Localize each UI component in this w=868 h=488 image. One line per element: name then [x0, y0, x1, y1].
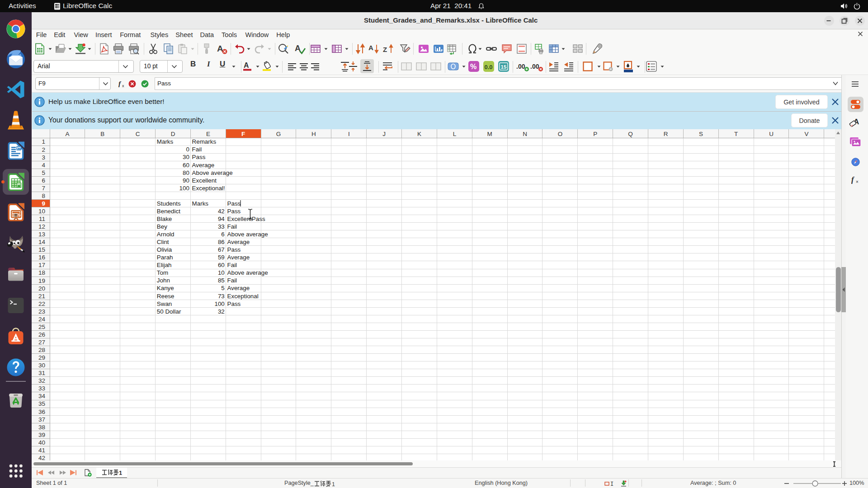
svg-text:32: 32	[218, 308, 225, 315]
svg-text:67: 67	[218, 246, 225, 253]
svg-text:6: 6	[221, 231, 224, 238]
svg-text:Q: Q	[628, 131, 633, 137]
svg-text:85: 85	[218, 277, 225, 284]
svg-text:34: 34	[38, 393, 46, 399]
svg-text:10: 10	[218, 269, 225, 276]
svg-text:18: 18	[38, 269, 45, 276]
svg-text:25: 25	[38, 324, 45, 330]
svg-text:Elijah: Elijah	[157, 262, 172, 268]
svg-text:0: 0	[186, 146, 189, 153]
svg-text:B: B	[100, 131, 104, 137]
svg-text:Tom: Tom	[157, 269, 168, 276]
svg-text:f: f	[851, 175, 855, 184]
svg-text:f: f	[118, 80, 122, 87]
svg-text:Swan: Swan	[157, 300, 172, 307]
svg-text:17: 17	[38, 262, 45, 268]
svg-text:73: 73	[218, 293, 225, 300]
svg-text:1: 1	[119, 469, 122, 476]
svg-text:ExcellentPass: ExcellentPass	[227, 216, 265, 222]
svg-text:E: E	[206, 131, 210, 137]
svg-text:Olivia: Olivia	[157, 246, 172, 253]
svg-text:C: C	[136, 131, 140, 137]
svg-text:60: 60	[183, 162, 189, 169]
svg-text:80: 80	[183, 169, 189, 176]
svg-text:K: K	[417, 131, 421, 137]
svg-text:Marks: Marks	[192, 200, 209, 207]
svg-text:50 Dollar: 50 Dollar	[157, 308, 181, 315]
svg-text:V: V	[804, 131, 808, 137]
svg-text:Pass: Pass	[227, 200, 241, 207]
svg-text:23: 23	[38, 308, 45, 315]
svg-text:Average: Average	[227, 239, 250, 245]
svg-text:94: 94	[218, 216, 225, 222]
svg-text:Excellent: Excellent	[192, 177, 217, 184]
svg-text:U: U	[769, 131, 774, 137]
svg-text:39: 39	[38, 432, 45, 438]
svg-text:Arnold: Arnold	[157, 231, 175, 238]
svg-text:Marks: Marks	[157, 138, 174, 145]
svg-text:M: M	[487, 131, 492, 137]
svg-text:1: 1	[332, 481, 335, 487]
svg-text:5: 5	[221, 285, 224, 291]
svg-text:15: 15	[501, 64, 507, 70]
svg-text:42: 42	[218, 208, 225, 215]
svg-text:Average: Average	[192, 162, 215, 169]
svg-text:Kanye: Kanye	[157, 285, 174, 291]
svg-text:Students: Students	[157, 200, 181, 207]
svg-text:H: H	[311, 131, 316, 137]
svg-text:38: 38	[38, 424, 45, 431]
svg-text:28: 28	[38, 347, 45, 353]
svg-text:10: 10	[38, 208, 45, 215]
svg-text:32: 32	[38, 377, 45, 384]
svg-text:Fail: Fail	[227, 262, 237, 268]
svg-text:1: 1	[42, 138, 45, 145]
svg-text:Pass: Pass	[227, 300, 241, 307]
svg-text:×: ×	[856, 179, 859, 184]
svg-text:N: N	[523, 131, 527, 137]
svg-text:Average: Average	[227, 254, 250, 261]
svg-text:A: A	[244, 61, 249, 69]
svg-text:8: 8	[42, 192, 45, 199]
svg-text:Above average: Above average	[192, 169, 233, 176]
svg-text:Parah: Parah	[157, 254, 173, 261]
svg-text:7: 7	[42, 185, 45, 192]
svg-text:Fail: Fail	[192, 146, 202, 153]
svg-text:33: 33	[218, 223, 225, 230]
svg-text:90: 90	[183, 177, 189, 184]
svg-text:Bey: Bey	[157, 223, 167, 230]
svg-text:11: 11	[39, 216, 45, 222]
svg-text:Above average: Above average	[227, 269, 268, 276]
svg-text:100: 100	[179, 185, 189, 192]
svg-text:41: 41	[38, 447, 45, 454]
svg-text:P: P	[593, 131, 597, 137]
svg-text:Fail: Fail	[227, 277, 237, 284]
svg-text:35: 35	[38, 400, 45, 407]
svg-text:42: 42	[38, 455, 45, 461]
svg-text:D: D	[171, 131, 175, 137]
svg-text:I: I	[348, 131, 350, 137]
svg-text:T: T	[734, 131, 738, 137]
svg-text:Pass: Pass	[227, 246, 241, 253]
svg-text:2: 2	[42, 146, 45, 153]
svg-text:59: 59	[218, 254, 225, 261]
svg-text:14: 14	[38, 239, 46, 245]
svg-text:0.0: 0.0	[485, 64, 493, 70]
svg-text:36: 36	[38, 408, 45, 415]
svg-text:26: 26	[38, 331, 45, 338]
svg-text:Average: Average	[227, 285, 250, 291]
svg-text:16: 16	[38, 254, 45, 261]
svg-text:3: 3	[42, 154, 45, 161]
svg-text:G: G	[276, 131, 281, 137]
svg-text:R: R	[664, 131, 668, 137]
svg-text:Reese: Reese	[157, 293, 175, 300]
svg-text:33: 33	[38, 385, 45, 392]
svg-text:30: 30	[38, 362, 45, 369]
svg-text:24: 24	[38, 316, 46, 323]
svg-text:Clint: Clint	[157, 239, 169, 245]
svg-text:86: 86	[218, 239, 225, 245]
svg-text:J: J	[382, 131, 386, 137]
svg-text:31: 31	[38, 370, 45, 376]
svg-text:Benedict: Benedict	[157, 208, 180, 215]
svg-text:Exceptional!: Exceptional!	[192, 185, 225, 192]
svg-text:37: 37	[38, 416, 45, 423]
